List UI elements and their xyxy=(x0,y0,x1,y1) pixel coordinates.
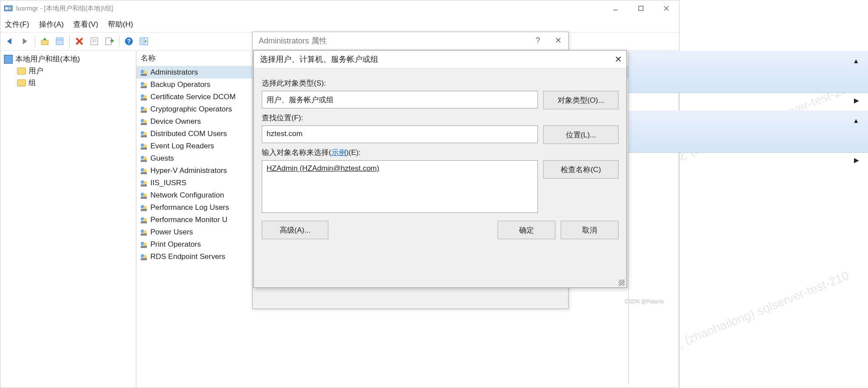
list-item-label: Event Log Readers xyxy=(150,142,214,151)
svg-rect-43 xyxy=(141,160,147,162)
tree-root[interactable]: 本地用户和组(本地) xyxy=(2,53,134,65)
group-icon xyxy=(140,93,148,101)
credit-text: CSDN @Patanis xyxy=(625,298,664,305)
menubar: 文件(F) 操作(A) 查看(V) 帮助(H) xyxy=(0,16,679,32)
examples-link[interactable]: 示例 xyxy=(331,148,346,157)
help-button[interactable]: ? xyxy=(528,32,548,49)
object-type-field: 用户、服务帐户或组 xyxy=(262,91,538,108)
maximize-button[interactable] xyxy=(628,0,654,16)
svg-rect-22 xyxy=(141,74,147,76)
list-item-label: Backup Operators xyxy=(150,80,210,89)
svg-rect-37 xyxy=(141,135,147,137)
tree-root-label: 本地用户和组(本地) xyxy=(15,54,80,64)
tree-users-label: 用户 xyxy=(28,66,43,76)
up-button[interactable] xyxy=(38,34,52,48)
delete-button[interactable] xyxy=(72,34,86,48)
list-item-label: Print Operators xyxy=(150,240,201,249)
expand-icon: ▶ xyxy=(854,156,859,164)
svg-point-51 xyxy=(143,194,147,197)
forward-button[interactable] xyxy=(18,34,32,48)
tree-groups-label: 组 xyxy=(28,78,36,88)
svg-point-33 xyxy=(143,120,147,123)
actions-section[interactable]: ▲ xyxy=(629,51,868,93)
locations-button[interactable]: 位置(L)... xyxy=(543,126,619,144)
tree-pane: 本地用户和组(本地) 用户 组 xyxy=(0,50,136,388)
group-icon xyxy=(140,167,148,175)
svg-rect-49 xyxy=(141,184,147,187)
svg-rect-40 xyxy=(141,147,147,150)
toolbar-separator xyxy=(119,35,119,47)
group-icon xyxy=(140,130,148,138)
list-item-label: Performance Log Users xyxy=(150,203,229,212)
svg-point-39 xyxy=(143,144,147,148)
group-icon xyxy=(140,179,148,187)
close-button[interactable] xyxy=(654,0,679,16)
collapse-icon: ▲ xyxy=(853,57,859,65)
list-item-label: Administrators xyxy=(150,68,198,77)
folder-icon xyxy=(17,79,26,86)
group-icon xyxy=(140,118,148,126)
resize-grip[interactable] xyxy=(619,280,625,286)
menu-file[interactable]: 文件(F) xyxy=(5,19,29,29)
detail-pane-button[interactable] xyxy=(137,34,151,48)
svg-point-27 xyxy=(143,95,147,99)
list-item-label: Distributed COM Users xyxy=(150,129,227,138)
select-dialog-title: 选择用户、计算机、服务帐户或组 xyxy=(254,50,626,68)
svg-point-42 xyxy=(143,157,147,160)
svg-point-21 xyxy=(143,71,147,74)
window-title: lusrmgr - [本地用户和组(本地)\组] xyxy=(16,4,113,13)
svg-point-45 xyxy=(143,169,147,172)
cancel-button[interactable]: 取消 xyxy=(561,221,619,239)
minimize-button[interactable] xyxy=(603,0,628,16)
tree-groups[interactable]: 组 xyxy=(2,77,134,89)
menu-view[interactable]: 查看(V) xyxy=(73,19,98,29)
object-types-button[interactable]: 对象类型(O)... xyxy=(543,91,619,109)
back-button[interactable] xyxy=(3,34,17,48)
location-label: 查找位置(F): xyxy=(262,113,619,123)
object-names-input[interactable]: HZAdmin (HZAdmin@hztest.com) xyxy=(262,160,538,213)
actions-gap: ▶ xyxy=(629,93,868,111)
svg-point-30 xyxy=(143,108,147,111)
list-item-label: Power Users xyxy=(150,228,193,237)
advanced-button[interactable]: 高级(A)... xyxy=(262,221,328,239)
list-item-label: IIS_IUSRS xyxy=(150,179,186,187)
svg-rect-55 xyxy=(141,209,147,211)
refresh-button[interactable] xyxy=(87,34,101,48)
properties-button[interactable] xyxy=(53,34,67,48)
properties-title: Administrators 属性 xyxy=(253,32,568,50)
list-item-label: Guests xyxy=(150,154,174,163)
list-item-label: Device Owners xyxy=(150,117,201,126)
menu-help[interactable]: 帮助(H) xyxy=(108,19,133,29)
group-icon xyxy=(140,142,148,150)
group-icon xyxy=(140,154,148,162)
close-button[interactable]: ✕ xyxy=(548,32,568,49)
list-item-label: Hyper-V Administrators xyxy=(150,166,227,175)
check-names-button[interactable]: 检查名称(C) xyxy=(543,160,619,179)
svg-rect-52 xyxy=(141,197,147,199)
tree-users[interactable]: 用户 xyxy=(2,65,134,77)
svg-point-48 xyxy=(143,181,147,185)
close-button[interactable]: ✕ xyxy=(615,54,622,65)
svg-rect-58 xyxy=(141,221,147,223)
location-field: hztest.com xyxy=(262,126,538,143)
svg-rect-8 xyxy=(56,38,63,45)
ok-button[interactable]: 确定 xyxy=(498,221,555,239)
svg-point-57 xyxy=(143,218,147,222)
app-icon xyxy=(4,4,13,13)
group-icon xyxy=(140,253,148,261)
menu-action[interactable]: 操作(A) xyxy=(39,19,64,29)
actions-section[interactable]: ▲ xyxy=(629,111,868,153)
svg-point-60 xyxy=(143,230,147,234)
svg-rect-28 xyxy=(141,98,147,101)
list-item-label: RDS Endpoint Servers xyxy=(150,252,225,261)
group-icon xyxy=(140,241,148,248)
actions-gap: ▶ xyxy=(629,153,868,170)
svg-rect-7 xyxy=(41,40,48,45)
export-button[interactable] xyxy=(102,34,116,48)
svg-rect-12 xyxy=(91,38,98,45)
list-item-label: Cryptographic Operators xyxy=(150,105,232,114)
select-users-dialog: 选择用户、计算机、服务帐户或组 ✕ 选择此对象类型(S): 用户、服务帐户或组 … xyxy=(253,50,627,288)
help-button[interactable]: ? xyxy=(122,34,136,48)
toolbar-separator xyxy=(35,35,35,47)
titlebar: lusrmgr - [本地用户和组(本地)\组] xyxy=(0,0,679,16)
